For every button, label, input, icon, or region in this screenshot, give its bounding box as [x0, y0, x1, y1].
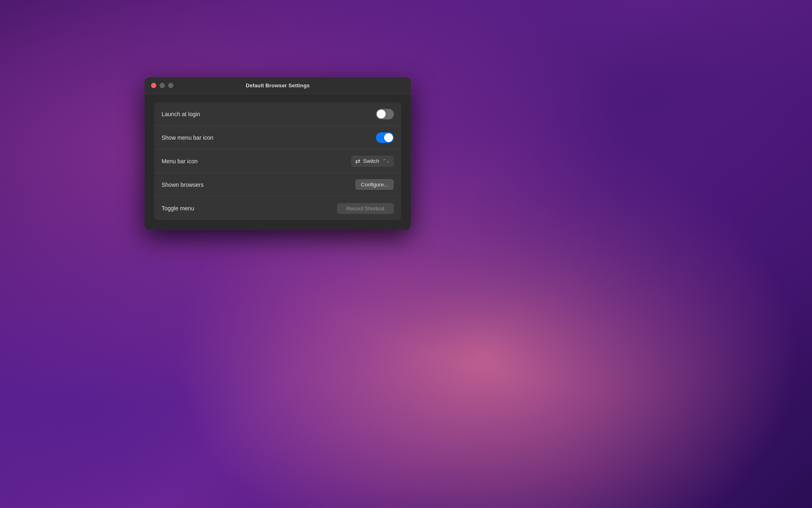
- toggle-menu-label: Toggle menu: [162, 205, 194, 212]
- shown-browsers-label: Shown browsers: [162, 182, 204, 188]
- settings-window: Default Browser Settings Launch at login…: [145, 77, 411, 230]
- window-title: Default Browser Settings: [246, 82, 310, 89]
- show-menu-bar-icon-toggle[interactable]: [376, 132, 394, 143]
- traffic-lights: [151, 83, 173, 88]
- toggle-thumb-on: [384, 133, 393, 142]
- menu-bar-icon-value: Switch: [363, 158, 379, 164]
- show-menu-bar-icon-row: Show menu bar icon: [154, 126, 401, 149]
- launch-at-login-label: Launch at login: [162, 111, 200, 117]
- menu-bar-icon-label: Menu bar icon: [162, 158, 198, 164]
- menu-bar-icon-selector[interactable]: ⇄ Switch ⌃⌄: [351, 156, 394, 167]
- chevrons-icon: ⌃⌄: [382, 158, 390, 164]
- configure-button[interactable]: Configure...: [355, 179, 394, 190]
- record-shortcut-button[interactable]: Record Shortcut: [337, 203, 394, 214]
- minimize-button[interactable]: [160, 83, 165, 88]
- close-button[interactable]: [151, 83, 156, 88]
- window-content: Launch at login Show menu bar icon Menu …: [145, 94, 411, 230]
- maximize-button[interactable]: [168, 83, 173, 88]
- launch-at-login-toggle[interactable]: [376, 109, 394, 119]
- toggle-thumb: [377, 110, 386, 119]
- toggle-menu-row: Toggle menu Record Shortcut: [154, 197, 401, 220]
- menu-bar-icon-row: Menu bar icon ⇄ Switch ⌃⌄: [154, 149, 401, 173]
- settings-panel: Launch at login Show menu bar icon Menu …: [154, 102, 401, 220]
- desktop-background: [0, 0, 812, 508]
- show-menu-bar-icon-label: Show menu bar icon: [162, 134, 214, 141]
- shown-browsers-row: Shown browsers Configure...: [154, 173, 401, 197]
- switch-icon: ⇄: [355, 158, 361, 165]
- titlebar: Default Browser Settings: [145, 77, 411, 94]
- launch-at-login-row: Launch at login: [154, 102, 401, 126]
